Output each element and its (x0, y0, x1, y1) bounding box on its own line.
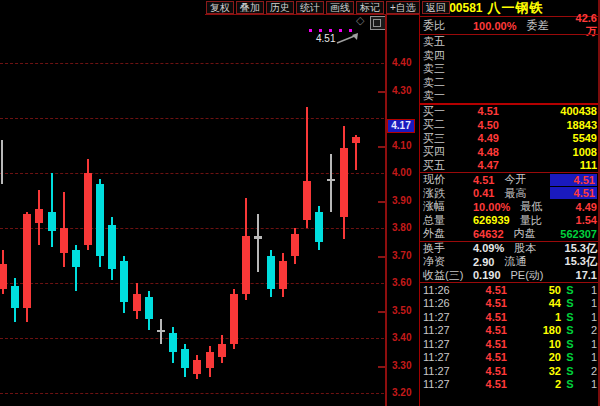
gridline (0, 283, 384, 284)
bid-label: 买五 (423, 158, 467, 173)
axis-label: 3.90 (392, 195, 411, 206)
ask-row: 卖三 (420, 62, 600, 76)
axis-label: 4.10 (392, 140, 411, 151)
menu-button[interactable]: 画线 (326, 1, 354, 14)
trade-row: 11:27 4.51 2 S 1 (420, 378, 600, 392)
diamond-icon[interactable]: ◇ (356, 14, 364, 27)
candle-body (145, 297, 153, 319)
candle-body (279, 261, 287, 289)
bid-row: 买一 4.51 400438 (420, 105, 600, 119)
axis-label: 3.30 (392, 360, 411, 371)
detail-label-1: 收益(三) (423, 268, 473, 283)
bid-volume: 18843 (525, 119, 597, 131)
weibi-row: 委比 100.00% 委差 42.6万 (420, 17, 600, 34)
detail-label-2: PE(动) (511, 268, 557, 283)
bid-volume: 400438 (525, 105, 597, 117)
gridline (0, 338, 384, 339)
stat-value-2: 1.54 (566, 214, 597, 226)
trade-time: 11:26 (423, 297, 463, 309)
trade-time: 11:27 (423, 324, 463, 336)
price-axis: 4.404.304.104.003.903.803.703.603.503.40… (386, 0, 420, 406)
trade-price: 4.51 (463, 297, 521, 309)
trade-count: 2 (579, 324, 597, 336)
menu-button[interactable]: +自选 (386, 1, 420, 14)
axis-tick (378, 256, 385, 258)
trade-time: 11:27 (423, 311, 463, 323)
bid-price: 4.51 (467, 105, 525, 117)
axis-label: 4.40 (392, 57, 411, 68)
candle-body (0, 264, 7, 289)
trade-row: 11:27 4.51 20 S 1 (420, 351, 600, 365)
candle-wick (257, 214, 259, 272)
trade-price: 4.51 (463, 324, 521, 336)
bid-list: 买一 4.51 400438 买二 4.50 18843 买三 4.49 554… (420, 105, 600, 173)
axis-tick (378, 201, 385, 203)
trade-row: 11:27 4.51 180 S 2 (420, 324, 600, 338)
gridline (0, 173, 384, 174)
candle-body (242, 236, 250, 294)
trade-side: S (561, 365, 579, 377)
candle-body (254, 236, 262, 239)
trade-count: 1 (579, 338, 597, 350)
trade-price: 4.51 (463, 365, 521, 377)
stat-label-1: 外盘 (423, 226, 473, 241)
menu-button[interactable]: 统计 (296, 1, 324, 14)
candle-body (11, 286, 19, 308)
candle-body (120, 261, 128, 302)
ask-row: 卖二 (420, 76, 600, 90)
trade-row: 11:26 4.51 50 S 1 (420, 283, 600, 297)
trade-volume: 1 (521, 311, 561, 323)
menu-button[interactable]: 历史 (266, 1, 294, 14)
stat-value-2: 4.51 (550, 174, 597, 186)
gridline (0, 118, 384, 119)
candlestick-plot[interactable]: 4.51 ◇ (0, 0, 386, 406)
bid-price: 4.48 (467, 146, 525, 158)
axis-label: 3.50 (392, 305, 411, 316)
bid-row: 买三 4.49 5549 (420, 132, 600, 146)
trade-volume: 2 (521, 378, 561, 390)
toolbar: 复权叠加历史统计画线标记+自选返回 (206, 1, 450, 14)
menu-button[interactable]: 复权 (206, 1, 234, 14)
trade-volume: 180 (521, 324, 561, 336)
candle-body (181, 349, 189, 368)
trade-price: 4.51 (463, 378, 521, 390)
trade-count: 1 (579, 378, 597, 390)
gridline (0, 228, 384, 229)
ask-list: 卖五 卖四 卖三 卖二 (420, 35, 600, 103)
quote-panel[interactable]: R 600581 八一钢铁 委比 100.00% 委差 42.6万 卖五 卖四 (419, 0, 600, 406)
axis-label: 3.20 (392, 387, 411, 398)
detail-row: 净资 2.90 流通 15.3亿 (420, 255, 600, 269)
trade-side: S (561, 351, 579, 363)
trade-side: S (561, 297, 579, 309)
candle-body (72, 250, 80, 267)
menu-button[interactable]: 叠加 (236, 1, 264, 14)
candle-body (352, 137, 360, 143)
candle-body (315, 212, 323, 242)
menu-button[interactable]: 返回 (422, 1, 450, 14)
candle-body (35, 209, 43, 223)
candle-body (157, 330, 165, 332)
stat-label-2: 内盘 (514, 226, 560, 241)
trade-price: 4.51 (463, 338, 521, 350)
candle-body (84, 173, 92, 245)
axis-label: 3.40 (392, 332, 411, 343)
candle-body (169, 333, 177, 352)
trade-row: 11:27 4.51 32 S 2 (420, 364, 600, 378)
detail-value-1: 4.09% (473, 242, 504, 254)
stat-value-1: 64632 (473, 228, 504, 240)
candle-body (48, 212, 56, 231)
trade-price: 4.51 (463, 311, 521, 323)
bid-price: 4.49 (467, 132, 525, 144)
trade-count: 1 (579, 284, 597, 296)
trade-count: 2 (579, 365, 597, 377)
candle-body (267, 256, 275, 289)
gridline (0, 63, 384, 64)
details-list: 换手 4.09% 股本 15.3亿 净资 2.90 流通 15.3亿 收益(三)… (420, 242, 600, 283)
stat-value-1: 0.41 (473, 187, 494, 199)
trade-list[interactable]: 11:26 4.51 50 S 1 11:26 4.51 44 S 1 11:2… (420, 283, 600, 406)
window-icon[interactable] (370, 16, 386, 30)
trade-count: 1 (579, 351, 597, 363)
stats-list: 现价 4.51 今开 4.51 涨跌 0.41 最高 4.51 涨幅 10.00… (420, 173, 600, 241)
trade-count: 1 (579, 311, 597, 323)
menu-button[interactable]: 标记 (356, 1, 384, 14)
